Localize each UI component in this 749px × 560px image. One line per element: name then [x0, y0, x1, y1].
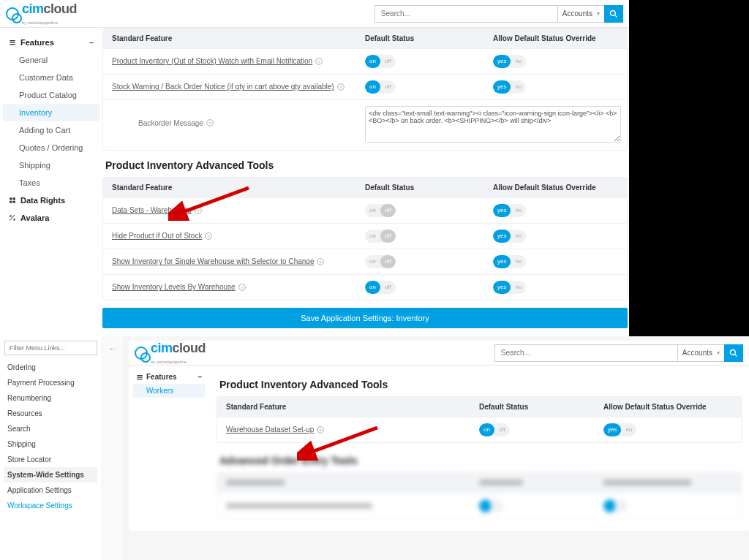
menu-group-system-wide[interactable]: System-Wide Settings: [4, 467, 97, 483]
brand-text: cimcloud: [22, 1, 77, 16]
brand-icon: [135, 347, 148, 360]
table-row: Product Inventory (Out of Stock) Watch w…: [103, 48, 627, 74]
brand-icon: [6, 7, 19, 20]
sidebar-item-product-catalog[interactable]: Product Catalog: [3, 86, 99, 104]
main-content: Standard Feature Default Status Allow De…: [102, 28, 633, 334]
brand-logo[interactable]: cimcloud by websitepipeline: [135, 341, 206, 365]
feature-link[interactable]: Stock Warning / Back Order Notice (if qt…: [112, 83, 334, 91]
help-icon[interactable]: ?: [205, 232, 212, 241]
sidebar-group-avalara[interactable]: Avalara: [3, 209, 99, 227]
sidebar-group-features[interactable]: Features –: [3, 34, 99, 51]
status-toggle[interactable]: onoff: [365, 55, 396, 68]
section-title: Product Inventory Advanced Tools: [219, 379, 742, 390]
override-toggle[interactable]: yesno: [493, 255, 526, 268]
feature-link[interactable]: Hide Product if Out of Stock: [112, 232, 202, 240]
table-header: Standard Feature Default Status Allow De…: [103, 178, 627, 197]
backorder-message-label: Backorder Message: [138, 119, 203, 127]
svg-text:?: ?: [317, 58, 320, 64]
advanced-tools-table: Standard Feature Default Status Allow De…: [217, 396, 742, 443]
feature-link[interactable]: Show Inventory Levels By Warehouse: [112, 283, 236, 291]
brand-logo[interactable]: cimcloud by websitepipeline: [6, 1, 77, 26]
backorder-message-textarea[interactable]: <div class="text-small text-warning"><i …: [365, 106, 621, 143]
override-toggle[interactable]: yesno: [493, 55, 526, 68]
help-icon[interactable]: ?: [238, 284, 246, 292]
bot-main: Product Inventory Advanced Tools Standar…: [209, 366, 749, 531]
sidebar-item-general[interactable]: General: [3, 51, 99, 69]
sidebar-group-features[interactable]: Features –: [133, 370, 205, 384]
table-header: Standard Feature Default Status Allow De…: [217, 397, 741, 417]
global-search: Accounts: [374, 5, 623, 23]
search-button[interactable]: [724, 344, 743, 362]
standard-features-table: Standard Feature Default Status Allow De…: [102, 28, 628, 151]
menu-item-search[interactable]: Search: [4, 421, 97, 436]
chevron-left-icon: ←: [109, 344, 118, 354]
status-toggle[interactable]: onoff: [479, 423, 510, 436]
menu-item-workspace-settings[interactable]: Workspace Settings: [4, 498, 97, 513]
save-button[interactable]: Save Application Settings: Inventory: [102, 308, 628, 328]
percent-icon: [9, 214, 16, 222]
status-toggle[interactable]: onoff: [365, 204, 396, 217]
brand-subtext: by websitepipeline: [151, 360, 187, 364]
menu-item-payment-processing[interactable]: Payment Processing: [4, 375, 97, 390]
feature-link[interactable]: Data Sets - Warehouses: [112, 206, 192, 214]
svg-text:?: ?: [320, 427, 323, 432]
table-row: Show Inventory for Single Warehouse with…: [103, 249, 627, 274]
search-button[interactable]: [604, 5, 623, 23]
sidebar-item-quotes-ordering[interactable]: Quotes / Ordering: [3, 139, 99, 156]
help-icon[interactable]: ?: [317, 426, 324, 435]
feature-link[interactable]: Warehouse Dataset Set-up: [226, 425, 314, 434]
blurred-section: Advanced Order Entry Tools: [217, 455, 742, 519]
bot-header: cimcloud by websitepipeline Accounts: [129, 341, 749, 366]
search-input[interactable]: [374, 5, 557, 23]
override-toggle[interactable]: yesno: [493, 204, 526, 217]
sidebar-item-taxes[interactable]: Taxes: [3, 174, 99, 192]
search-icon: [729, 349, 738, 357]
feature-link[interactable]: Show Inventory for Single Warehouse with…: [112, 257, 314, 265]
sidebar-item-inventory[interactable]: Inventory: [3, 104, 99, 121]
search-scope-select[interactable]: Accounts: [557, 5, 604, 23]
help-icon[interactable]: ?: [195, 207, 202, 216]
svg-text:?: ?: [197, 208, 200, 213]
menu-item-resources[interactable]: Resources: [4, 406, 97, 421]
filter-menu-input[interactable]: [4, 341, 97, 355]
feature-link[interactable]: Product Inventory (Out of Stock) Watch w…: [112, 57, 312, 65]
help-icon[interactable]: ?: [317, 258, 324, 267]
override-toggle[interactable]: yesno: [493, 80, 526, 94]
table-row: Warehouse Dataset Set-up? onoff yesno: [217, 417, 741, 442]
sidebar-group-data-rights[interactable]: Data Rights: [3, 192, 99, 209]
override-toggle[interactable]: yesno: [493, 230, 526, 243]
menu-item-ordering[interactable]: Ordering: [4, 360, 97, 375]
status-toggle[interactable]: onoff: [365, 80, 396, 94]
dashboard-icon: [9, 197, 16, 204]
override-toggle[interactable]: yesno: [493, 281, 526, 294]
help-icon[interactable]: ?: [315, 58, 323, 67]
collapse-column[interactable]: ←: [102, 336, 124, 560]
search-scope-select[interactable]: Accounts: [677, 344, 724, 362]
help-icon[interactable]: ?: [206, 119, 214, 128]
status-toggle[interactable]: onoff: [365, 255, 396, 268]
sidebar-item-adding-to-cart[interactable]: Adding to Cart: [3, 121, 99, 139]
menu-item-store-locator[interactable]: Store Locator: [4, 452, 97, 467]
sidebar-item-shipping[interactable]: Shipping: [3, 156, 99, 174]
search-icon: [609, 10, 618, 18]
help-icon[interactable]: ?: [337, 83, 345, 92]
svg-text:?: ?: [320, 259, 323, 264]
table-row: Hide Product if Out of Stock? onoff yesn…: [103, 223, 627, 249]
status-toggle[interactable]: onoff: [365, 281, 396, 294]
menu-item-application-settings[interactable]: Application Settings: [4, 483, 97, 498]
sliders-icon: [9, 39, 16, 46]
sidebar-item-customer-data[interactable]: Customer Data: [3, 69, 99, 86]
table-row: Data Sets - Warehouses? onoff yesno: [103, 197, 627, 223]
sliders-icon: [136, 374, 143, 381]
global-search: Accounts: [494, 344, 743, 362]
menu-filter-column: Ordering Payment Processing Renumbering …: [0, 336, 102, 560]
table-row: Show Inventory Levels By Warehouse? onof…: [103, 274, 627, 300]
status-toggle[interactable]: onoff: [365, 230, 396, 243]
menu-item-shipping[interactable]: Shipping: [4, 436, 97, 452]
menu-item-renumbering[interactable]: Renumbering: [4, 390, 97, 406]
override-toggle[interactable]: yesno: [603, 423, 636, 436]
brand-subtext: by websitepipeline: [22, 20, 58, 25]
section-title: Product Inventory Advanced Tools: [105, 159, 628, 171]
sidebar-item-workers[interactable]: Workers: [133, 384, 205, 398]
search-input[interactable]: [494, 344, 677, 362]
